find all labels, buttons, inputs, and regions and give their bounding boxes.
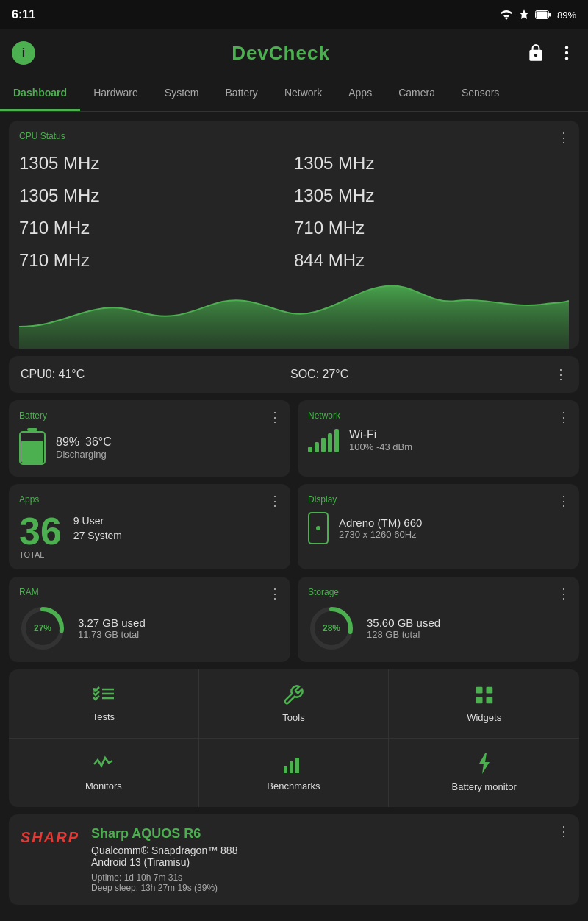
ram-used: 3.27 GB used — [78, 616, 146, 629]
status-time: 6:11 — [12, 8, 35, 21]
svg-rect-2 — [549, 13, 551, 17]
battery-card: Battery ⋮ 89% 36°C Discharging — [9, 400, 290, 477]
storage-card: Storage ⋮ 28% 35.60 GB used 128 GB total — [298, 577, 579, 662]
main-content: CPU Status ⋮ 1305 MHz 1305 MHz 1305 MHz … — [0, 112, 588, 914]
widgets-label: Widgets — [467, 712, 501, 723]
action-row-1: Tests Tools Widgets — [9, 669, 579, 739]
wifi-bar-5 — [334, 429, 339, 452]
tools-label: Tools — [282, 712, 304, 723]
phone-icon — [308, 512, 329, 544]
battery-monitor-button[interactable]: Battery monitor — [389, 739, 579, 807]
storage-percent-label: 28% — [323, 623, 340, 633]
tests-button[interactable]: Tests — [9, 669, 199, 738]
device-menu[interactable]: ⋮ — [557, 823, 570, 839]
cpu-freq-2-left: 710 MHz — [19, 213, 294, 243]
display-content: Adreno (TM) 660 2730 x 1260 60Hz — [308, 512, 569, 544]
tab-system[interactable]: System — [151, 77, 212, 111]
storage-meter: 28% — [308, 605, 355, 652]
network-info-wrap: Wi-Fi 100% -43 dBm — [308, 428, 569, 452]
tab-bar: Dashboard Hardware System Battery Networ… — [0, 77, 588, 112]
action-grid: Tests Tools Widgets — [9, 669, 579, 807]
battery-percentage: 89% — [56, 435, 79, 449]
tab-apps[interactable]: Apps — [335, 77, 385, 111]
battery-network-row: Battery ⋮ 89% 36°C Discharging Ne — [9, 400, 579, 477]
battery-percent: 89% — [557, 10, 576, 21]
network-data: Wi-Fi 100% -43 dBm — [349, 428, 412, 452]
cpu-card-menu[interactable]: ⋮ — [557, 129, 570, 146]
apps-title: Apps — [19, 494, 280, 505]
app-title: DevCheck — [232, 42, 330, 65]
cpu-freq-3-left: 710 MHz — [19, 246, 294, 275]
battery-menu[interactable]: ⋮ — [268, 409, 282, 425]
cpu-freq-0-right: 1305 MHz — [294, 149, 569, 178]
tab-hardware[interactable]: Hardware — [80, 77, 151, 111]
device-logo-wrap: SHARP — [21, 826, 79, 846]
sharp-logo: SHARP — [21, 829, 79, 846]
storage-menu[interactable]: ⋮ — [557, 586, 570, 602]
apps-content: 36 TOTAL 9 User 27 System — [19, 512, 280, 559]
svg-point-4 — [565, 51, 568, 54]
apps-menu[interactable]: ⋮ — [268, 493, 282, 509]
lock-icon[interactable] — [526, 43, 545, 63]
cpu-freq-1-right: 1305 MHz — [294, 181, 569, 210]
apps-display-row: Apps ⋮ 36 TOTAL 9 User 27 System Display… — [9, 484, 579, 569]
battery-status: Discharging — [56, 449, 112, 460]
wifi-bars-icon — [308, 429, 339, 452]
cpu-temp-menu[interactable]: ⋮ — [554, 366, 567, 383]
tab-battery[interactable]: Battery — [212, 77, 271, 111]
tab-sensors[interactable]: Sensors — [448, 77, 512, 111]
battery-monitor-label: Battery monitor — [452, 781, 517, 792]
storage-title: Storage — [308, 587, 569, 597]
svg-marker-23 — [479, 753, 490, 774]
wifi-bar-4 — [328, 433, 332, 452]
wifi-status-icon — [500, 10, 513, 20]
tab-dashboard[interactable]: Dashboard — [0, 77, 80, 111]
monitors-button[interactable]: Monitors — [9, 739, 199, 807]
cpu-freq-grid: 1305 MHz 1305 MHz 1305 MHz 1305 MHz 710 … — [19, 149, 569, 275]
display-menu[interactable]: ⋮ — [557, 493, 570, 509]
tab-camera[interactable]: Camera — [385, 77, 448, 111]
info-button[interactable]: i — [12, 41, 35, 65]
network-menu[interactable]: ⋮ — [557, 409, 570, 425]
storage-data: 35.60 GB used 128 GB total — [367, 616, 440, 640]
network-type: Wi-Fi — [349, 428, 412, 441]
widgets-icon — [473, 684, 495, 706]
svg-rect-1 — [536, 12, 547, 18]
cpu0-temp: CPU0: 41°C — [21, 368, 85, 381]
svg-rect-21 — [290, 761, 293, 773]
cpu-freq-0-left: 1305 MHz — [19, 149, 294, 178]
svg-point-3 — [565, 46, 568, 49]
cpu-freq-2-right: 710 MHz — [294, 213, 569, 243]
widgets-button[interactable]: Widgets — [389, 669, 579, 738]
ram-total: 11.73 GB total — [78, 629, 146, 640]
ram-menu[interactable]: ⋮ — [268, 586, 282, 602]
tools-icon — [282, 684, 304, 706]
wifi-bar-1 — [308, 447, 312, 452]
benchmarks-button[interactable]: Benchmarks — [199, 739, 390, 807]
svg-rect-20 — [284, 766, 287, 773]
cpu-freq-3-right: 844 MHz — [294, 246, 569, 275]
ram-data: 3.27 GB used 11.73 GB total — [78, 616, 146, 640]
status-icons: 89% — [500, 9, 576, 21]
battery-monitor-icon — [476, 753, 492, 775]
ram-percent-label: 27% — [34, 623, 51, 633]
storage-total: 128 GB total — [367, 629, 440, 640]
apps-user: 9 User — [74, 515, 122, 527]
monitors-label: Monitors — [85, 780, 122, 792]
storage-content: 28% 35.60 GB used 128 GB total — [308, 605, 569, 652]
tools-button[interactable]: Tools — [199, 669, 390, 738]
wifi-bar-3 — [321, 438, 326, 452]
battery-info-wrap: 89% 36°C Discharging — [19, 428, 280, 466]
svg-rect-18 — [476, 697, 482, 704]
svg-rect-6 — [27, 428, 37, 431]
cpu-status-title: CPU Status — [19, 131, 569, 141]
app-bar-icons — [526, 43, 576, 63]
monitors-icon — [93, 754, 115, 775]
apps-system: 27 System — [74, 530, 122, 541]
benchmarks-icon — [282, 754, 304, 775]
battery-icon — [19, 428, 46, 466]
battery-title: Battery — [19, 410, 280, 421]
airplane-status-icon — [519, 9, 529, 21]
tab-network[interactable]: Network — [271, 77, 335, 111]
more-vert-icon[interactable] — [557, 43, 576, 63]
